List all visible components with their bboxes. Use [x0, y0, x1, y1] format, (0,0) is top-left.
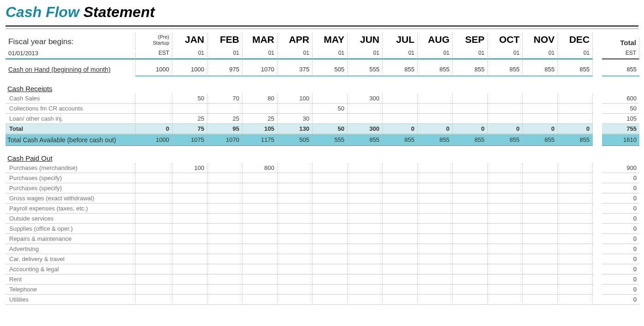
cash-paid-out-11-val-4[interactable] — [278, 274, 313, 284]
cash-paid-out-4-val-1[interactable] — [172, 203, 207, 213]
cash-receipts-total-val-9[interactable]: 0 — [453, 123, 488, 134]
cash-paid-out-3-val-11[interactable] — [523, 193, 558, 203]
cash-receipts-1-val-7[interactable] — [383, 103, 418, 113]
cash-paid-out-6-val-2[interactable] — [207, 223, 242, 233]
cash-paid-out-6-val-12[interactable] — [558, 223, 593, 233]
cash-paid-out-6-val-3[interactable] — [242, 223, 278, 233]
cash-paid-out-1-val-3[interactable] — [242, 173, 278, 183]
cash-receipts-2-total[interactable]: 105 — [602, 113, 639, 123]
cash-paid-out-4-val-12[interactable] — [558, 203, 593, 213]
cash-paid-out-10-val-4[interactable] — [278, 264, 313, 274]
cash-paid-out-3-total[interactable]: 0 — [602, 193, 639, 203]
cash-paid-out-2-val-7[interactable] — [383, 183, 418, 193]
cash-paid-out-2-val-5[interactable] — [313, 183, 348, 193]
cash-paid-out-12-val-8[interactable] — [418, 284, 453, 294]
cash-paid-out-13-val-0[interactable] — [136, 294, 172, 305]
cash-on-hand-val-9[interactable]: 855 — [453, 59, 488, 76]
cash-paid-out-11-val-6[interactable] — [348, 274, 383, 284]
cash-paid-out-7-val-6[interactable] — [348, 233, 383, 244]
total-cash-available-val-0[interactable]: 1000 — [136, 134, 172, 146]
cash-paid-out-6-val-8[interactable] — [418, 223, 453, 233]
cash-paid-out-7-val-5[interactable] — [313, 233, 348, 244]
cash-paid-out-12-val-10[interactable] — [488, 284, 523, 294]
cash-paid-out-7-val-10[interactable] — [488, 233, 523, 244]
cash-paid-out-4-val-11[interactable] — [523, 203, 558, 213]
cash-receipts-1-val-3[interactable] — [242, 103, 278, 113]
cash-paid-out-13-val-8[interactable] — [418, 294, 453, 305]
total-cash-available-val-5[interactable]: 555 — [313, 134, 348, 146]
cash-receipts-2-val-9[interactable] — [453, 113, 488, 123]
cash-paid-out-8-val-3[interactable] — [242, 244, 278, 254]
cash-receipts-1-val-10[interactable] — [488, 103, 523, 113]
cash-paid-out-9-val-11[interactable] — [523, 254, 558, 264]
total-cash-available-val-10[interactable]: 855 — [488, 134, 523, 146]
cash-receipts-0-val-6[interactable]: 300 — [348, 93, 383, 103]
cash-receipts-1-total[interactable]: 50 — [602, 103, 639, 113]
cash-receipts-2-val-0[interactable] — [136, 113, 172, 123]
cash-receipts-total-val-10[interactable]: 0 — [488, 123, 523, 134]
cash-paid-out-9-val-12[interactable] — [558, 254, 593, 264]
cash-receipts-1-val-4[interactable] — [278, 103, 313, 113]
cash-paid-out-9-val-10[interactable] — [488, 254, 523, 264]
cash-paid-out-11-val-5[interactable] — [313, 274, 348, 284]
cash-paid-out-10-val-0[interactable] — [136, 264, 172, 274]
cash-paid-out-13-total[interactable]: 0 — [602, 294, 639, 305]
cash-receipts-0-val-2[interactable]: 70 — [207, 93, 242, 103]
cash-paid-out-3-val-3[interactable] — [242, 193, 278, 203]
cash-receipts-2-val-2[interactable]: 25 — [207, 113, 242, 123]
cash-receipts-2-val-4[interactable]: 30 — [278, 113, 313, 123]
cash-paid-out-6-total[interactable]: 0 — [602, 223, 639, 233]
cash-paid-out-7-val-0[interactable] — [136, 233, 172, 244]
cash-paid-out-10-val-2[interactable] — [207, 264, 242, 274]
cash-paid-out-8-val-0[interactable] — [136, 244, 172, 254]
cash-on-hand-val-2[interactable]: 975 — [207, 59, 242, 76]
cash-receipts-0-val-10[interactable] — [488, 93, 523, 103]
cash-paid-out-12-val-3[interactable] — [242, 284, 278, 294]
cash-paid-out-9-total[interactable]: 0 — [602, 254, 639, 264]
cash-paid-out-4-val-8[interactable] — [418, 203, 453, 213]
cash-paid-out-9-val-4[interactable] — [278, 254, 313, 264]
cash-paid-out-12-val-2[interactable] — [207, 284, 242, 294]
cash-paid-out-0-val-4[interactable] — [278, 163, 313, 173]
total-cash-available-val-11[interactable]: 855 — [523, 134, 558, 146]
cash-paid-out-5-val-11[interactable] — [523, 213, 558, 223]
cash-paid-out-0-val-1[interactable]: 100 — [172, 163, 207, 173]
cash-paid-out-12-val-6[interactable] — [348, 284, 383, 294]
cash-paid-out-8-total[interactable]: 0 — [602, 244, 639, 254]
total-cash-available-val-6[interactable]: 855 — [348, 134, 383, 146]
cash-receipts-0-total[interactable]: 600 — [602, 93, 639, 103]
cash-paid-out-12-val-12[interactable] — [558, 284, 593, 294]
cash-paid-out-2-val-11[interactable] — [523, 183, 558, 193]
cash-paid-out-13-val-9[interactable] — [453, 294, 488, 305]
cash-receipts-total-total[interactable]: 755 — [602, 123, 639, 134]
cash-paid-out-8-val-4[interactable] — [278, 244, 313, 254]
cash-receipts-2-val-3[interactable]: 25 — [242, 113, 278, 123]
cash-paid-out-5-val-5[interactable] — [313, 213, 348, 223]
cash-paid-out-5-val-6[interactable] — [348, 213, 383, 223]
cash-receipts-total-val-3[interactable]: 105 — [242, 123, 278, 134]
cash-paid-out-1-val-2[interactable] — [207, 173, 242, 183]
cash-paid-out-4-val-3[interactable] — [242, 203, 278, 213]
cash-paid-out-9-val-3[interactable] — [242, 254, 278, 264]
cash-paid-out-2-val-1[interactable] — [172, 183, 207, 193]
cash-paid-out-5-val-7[interactable] — [383, 213, 418, 223]
cash-paid-out-2-val-6[interactable] — [348, 183, 383, 193]
cash-paid-out-5-val-3[interactable] — [242, 213, 278, 223]
cash-paid-out-6-val-7[interactable] — [383, 223, 418, 233]
cash-paid-out-0-val-12[interactable] — [558, 163, 593, 173]
cash-paid-out-4-val-2[interactable] — [207, 203, 242, 213]
cash-paid-out-0-val-5[interactable] — [313, 163, 348, 173]
cash-paid-out-10-val-10[interactable] — [488, 264, 523, 274]
cash-paid-out-2-val-3[interactable] — [242, 183, 278, 193]
cash-paid-out-13-val-4[interactable] — [278, 294, 313, 305]
cash-paid-out-11-val-9[interactable] — [453, 274, 488, 284]
cash-paid-out-2-val-10[interactable] — [488, 183, 523, 193]
cash-paid-out-4-val-4[interactable] — [278, 203, 313, 213]
cash-paid-out-7-val-7[interactable] — [383, 233, 418, 244]
cash-receipts-2-val-6[interactable] — [348, 113, 383, 123]
cash-paid-out-4-val-5[interactable] — [313, 203, 348, 213]
cash-paid-out-10-val-12[interactable] — [558, 264, 593, 274]
cash-paid-out-3-val-4[interactable] — [278, 193, 313, 203]
cash-paid-out-0-val-8[interactable] — [418, 163, 453, 173]
cash-paid-out-0-total[interactable]: 900 — [602, 163, 639, 173]
